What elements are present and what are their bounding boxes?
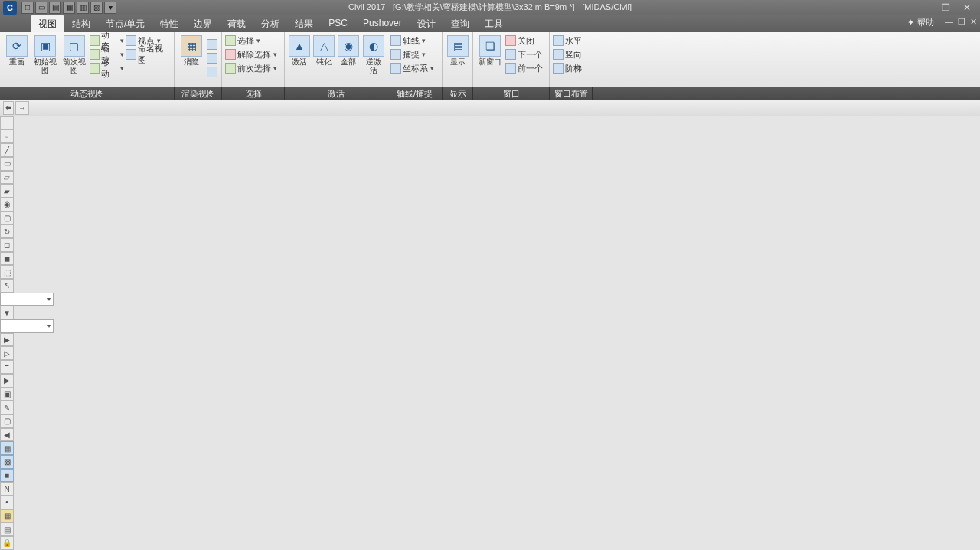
tb-edit[interactable]: ✎ [0, 401, 14, 414]
tab-design[interactable]: 设计 [410, 15, 443, 32]
btn-cascade[interactable]: 阶梯 [553, 62, 582, 75]
btn-blunt[interactable]: △钝化 [312, 34, 335, 67]
tb-play2[interactable]: ▷ [0, 346, 14, 360]
qat-more[interactable]: ▾ [104, 2, 116, 14]
tb-shade2[interactable]: ▩ [0, 455, 14, 469]
app-icon[interactable]: C [3, 1, 17, 15]
mdi-restore[interactable]: ❐ [958, 17, 965, 27]
tb-combo-2[interactable]: ▾ [0, 319, 54, 333]
btn-hidden[interactable]: ▦消隐 [178, 34, 205, 67]
tb-yellow[interactable]: ▦ [0, 509, 14, 523]
btn-close-win[interactable]: 关闭 [505, 34, 543, 47]
btn-redraw[interactable]: ⟳重画 [3, 34, 31, 67]
btn-blank [126, 62, 171, 75]
tb-shade1[interactable]: ▦ [0, 441, 14, 455]
tb-undo[interactable]: ⬅ [3, 101, 14, 115]
tab-result[interactable]: 结果 [287, 15, 321, 32]
btn-prev-view[interactable]: ▢前次视图 [60, 34, 88, 76]
tab-pushover[interactable]: Pushover [355, 15, 410, 32]
tab-tools[interactable]: 工具 [477, 15, 511, 32]
btn-unselect[interactable]: 解除选择▾ [225, 48, 277, 61]
qat-print[interactable]: ▥ [77, 2, 89, 14]
btn-display[interactable]: ▤显示 [446, 34, 470, 67]
tab-boundary[interactable]: 边界 [186, 15, 220, 32]
tab-load[interactable]: 荷载 [220, 15, 253, 32]
tb-btn3[interactable]: ▭ [0, 157, 14, 171]
tb-gray1[interactable]: ▤ [0, 522, 14, 536]
btn-new-window[interactable]: ❏新窗口 [476, 34, 504, 67]
btn-horiz[interactable]: 水平 [553, 34, 582, 47]
tab-analysis[interactable]: 分析 [253, 15, 287, 32]
tab-structure[interactable]: 结构 [64, 15, 98, 32]
tb-lock[interactable]: 🔒 [0, 536, 14, 550]
tab-property[interactable]: 特性 [152, 15, 186, 32]
btn-move[interactable]: 移动▾ [90, 62, 124, 75]
btn-select[interactable]: 选择▾ [225, 34, 277, 47]
tb-btn9[interactable]: ◻ [0, 238, 14, 252]
tb-play1[interactable]: ▶ [0, 333, 14, 347]
help-button[interactable]: ✦帮助 [907, 17, 934, 28]
secondary-toolbar: ⬅ → [0, 100, 980, 116]
qat-undo[interactable]: ▦ [63, 2, 75, 14]
mdi-close[interactable]: ✕ [970, 17, 977, 27]
tb-combo-1[interactable]: ▾ [0, 293, 54, 306]
btn-render-3[interactable] [207, 66, 217, 79]
ribbon-tabs: 视图 结构 节点/单元 特性 边界 荷载 分析 结果 PSC Pushover … [0, 15, 980, 32]
mdi-minimize[interactable]: — [945, 17, 953, 27]
btn-vert[interactable]: 竖向 [553, 48, 582, 61]
maximize-button[interactable]: ❐ [937, 2, 954, 13]
qat-save[interactable]: ▤ [49, 2, 61, 14]
tb-dot[interactable]: • [0, 496, 14, 509]
tb-cursor[interactable]: ↖ [0, 279, 14, 293]
tab-psc[interactable]: PSC [321, 15, 355, 32]
tb-frame[interactable]: ▢ [0, 414, 14, 428]
btn-next-win[interactable]: 下一个 [505, 48, 543, 61]
btn-activate[interactable]: ▲激活 [288, 34, 311, 67]
tb-play4[interactable]: ▣ [0, 388, 14, 401]
tb-btn7[interactable]: ▢ [0, 211, 14, 225]
tb-n[interactable]: N [0, 482, 14, 496]
tb-play3[interactable]: ▶ [0, 374, 14, 388]
tb-redo[interactable]: → [15, 101, 29, 115]
btn-coord[interactable]: 坐标系▾ [390, 62, 434, 75]
tb-btn5[interactable]: ▰ [0, 184, 14, 198]
btn-render-1[interactable] [207, 38, 217, 51]
window-title: Civil 2017 - [G:\教学相关\弯桥建模\计算模型\3x32 m B… [0, 2, 980, 13]
tab-view[interactable]: 视图 [31, 15, 64, 32]
tb-left[interactable]: ◀ [0, 428, 14, 442]
btn-named-view[interactable]: 命名视图 [126, 48, 171, 61]
tb-filter[interactable]: ▼ [0, 306, 14, 319]
quick-access-toolbar: □ ▭ ▤ ▦ ▥ ▧ ▾ [21, 2, 116, 14]
tab-query[interactable]: 查询 [443, 15, 477, 32]
tb-elem[interactable]: ╱ [0, 143, 14, 157]
qat-new[interactable]: □ [21, 2, 34, 14]
tb-btn10[interactable]: ◼ [0, 252, 14, 266]
btn-prev-select[interactable]: 前次选择▾ [225, 62, 277, 75]
tb-node[interactable]: ▫ [0, 129, 14, 143]
ribbon-group-labels: 动态视图 渲染视图 选择 激活 轴线/捕捉 显示 窗口 窗口布置 [0, 87, 980, 100]
btn-all[interactable]: ◉全部 [337, 34, 360, 67]
btn-axis[interactable]: 轴线▾ [390, 34, 434, 47]
qat-print2[interactable]: ▧ [90, 2, 103, 14]
tab-node-element[interactable]: 节点/单元 [98, 15, 152, 32]
tb-shade3[interactable]: ■ [0, 469, 14, 483]
ribbon: ⟳重画 ▣初始视图 ▢前次视图 动态▾ 缩放▾ 移动▾ 视点▾ 命名视图 ▦消隐 [0, 32, 980, 88]
tb-btn6[interactable]: ◉ [0, 198, 14, 211]
titlebar: C □ ▭ ▤ ▦ ▥ ▧ ▾ Civil 2017 - [G:\教学相关\弯桥… [0, 0, 980, 15]
tb-dash[interactable]: ⋯ [0, 116, 14, 130]
tb-btn4[interactable]: ▱ [0, 171, 14, 185]
tb-btn11[interactable]: ⬚ [0, 265, 14, 279]
qat-open[interactable]: ▭ [35, 2, 47, 14]
btn-initial-view[interactable]: ▣初始视图 [32, 34, 60, 76]
tb-btn8[interactable]: ↻ [0, 224, 14, 238]
btn-render-2[interactable] [207, 52, 217, 65]
minimize-button[interactable]: — [916, 2, 933, 13]
btn-prev-win[interactable]: 前一个 [505, 62, 543, 75]
btn-snap[interactable]: 捕捉▾ [390, 48, 434, 61]
tb-eq[interactable]: = [0, 360, 14, 374]
btn-invert[interactable]: ◐逆激活 [361, 34, 386, 76]
close-button[interactable]: ✕ [959, 2, 975, 13]
